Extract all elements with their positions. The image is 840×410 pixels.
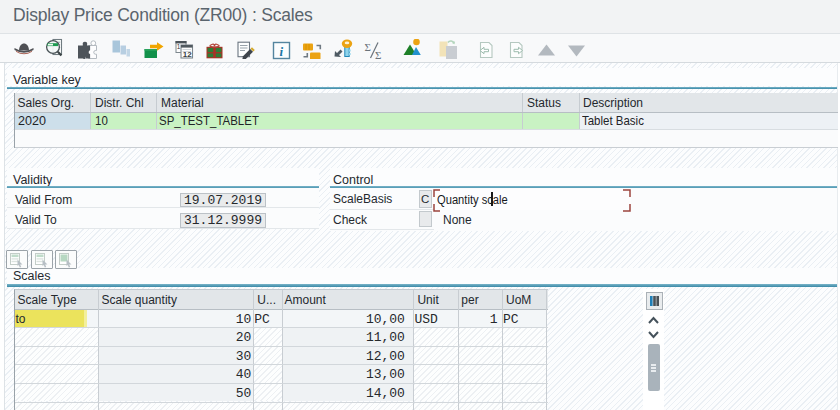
svg-text:Σ: Σ (365, 41, 371, 53)
svg-text:Σ: Σ (375, 49, 381, 59)
svg-text:i: i (279, 44, 283, 59)
svg-text:1: 1 (177, 43, 181, 50)
svg-text:12: 12 (183, 50, 192, 59)
